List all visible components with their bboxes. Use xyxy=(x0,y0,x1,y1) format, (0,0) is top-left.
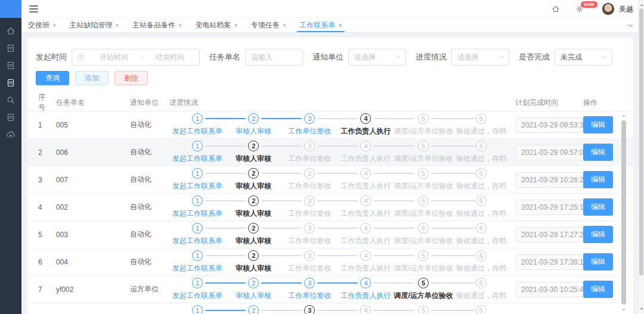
table-row[interactable]: 7yf002运方单位1发起工作联系单2审核人审核3工作单位签收4工作负责人执行5… xyxy=(27,275,633,303)
home-icon[interactable] xyxy=(552,5,560,13)
step-1: 1发起工作联系单 xyxy=(169,223,225,246)
table-row[interactable]: 5003自动化1发起工作联系单2审核人审核3工作单位签收4工作负责人执行5调度/… xyxy=(27,220,633,248)
edit-button[interactable]: 编辑 xyxy=(583,253,613,271)
tab-close-icon[interactable]: × xyxy=(178,22,182,29)
step-label: 调度/运方单位验收 xyxy=(394,291,453,301)
step-label: 工作单位签收 xyxy=(281,181,338,191)
edit-button[interactable]: 编辑 xyxy=(583,226,613,243)
table-row[interactable]: 2006自动化1发起工作联系单2审核人审核3工作单位签收4工作负责人执行5调度/… xyxy=(27,138,633,166)
task-name-input[interactable]: 请输入 xyxy=(245,49,303,66)
row-progress-stepper: 1发起工作联系单2审核人审核3工作单位签收4工作负责人执行5调度/运方单位验收6… xyxy=(169,195,509,219)
scrollbar-thumb[interactable] xyxy=(621,120,626,304)
page-scroll-down-icon[interactable] xyxy=(640,308,643,312)
step-5: 5调度/运方单位验收 xyxy=(394,305,453,314)
tab-3[interactable]: 变电站档案× xyxy=(188,18,244,32)
document-icon[interactable] xyxy=(6,78,16,88)
edit-button[interactable]: 编辑 xyxy=(583,171,613,188)
page-scroll-up-icon[interactable] xyxy=(640,2,643,6)
step-number: 4 xyxy=(360,278,371,288)
document-icon[interactable] xyxy=(6,61,16,70)
step-label: 工作负责人执行 xyxy=(338,154,394,164)
step-6: 6验收通过，存档 xyxy=(453,223,509,246)
delete-button[interactable]: 删除 xyxy=(114,71,148,85)
add-button[interactable]: 添加 xyxy=(75,71,109,85)
step-1: 1发起工作联系单 xyxy=(169,195,225,219)
row-operation-cell: 编辑 xyxy=(583,144,624,161)
edit-button[interactable]: 编辑 xyxy=(583,281,613,298)
row-plan-time-cell: 2021-03-29 09:53:38 xyxy=(509,117,583,133)
chevron-down-icon xyxy=(601,54,608,61)
table-row[interactable]: 4002自动化1发起工作联系单2审核人审核3工作单位签收4工作负责人执行5调度/… xyxy=(27,193,633,220)
table-row[interactable]: 1发起工作联系单2审核人审核3工作单位签收4工作负责人执行5调度/运方单位验收6… xyxy=(27,303,633,314)
step-number: 3 xyxy=(304,168,315,179)
scroll-up-icon[interactable] xyxy=(622,113,626,117)
filter-bar: 发起时间 开始时间 - 结束时间 任务单名 请输入 通知单位 请选择 xyxy=(36,49,612,66)
table-scrollbar[interactable] xyxy=(621,113,626,313)
table-row[interactable]: 6004自动化1发起工作联系单2审核人审核3工作单位签收4工作负责人执行5调度/… xyxy=(27,248,633,275)
search-icon[interactable] xyxy=(6,95,16,105)
tab-close-icon[interactable]: × xyxy=(283,22,286,29)
tab-close-icon[interactable]: × xyxy=(115,22,119,29)
task-table: 序号 任务单名 通知单位 进度情况 计划完成时间 操作 1005自动化1发起工作… xyxy=(27,94,633,314)
page-scrollbar-thumb[interactable] xyxy=(639,8,643,275)
completed-select[interactable]: 未完成 xyxy=(555,49,612,66)
tab-1[interactable]: 主站缺陷管理× xyxy=(63,18,125,32)
chevron-down-icon xyxy=(498,54,505,61)
table-row[interactable]: 3007自动化1发起工作联系单2审核人审核3工作单位签收4工作负责人执行5调度/… xyxy=(27,166,633,193)
home-icon[interactable] xyxy=(6,26,16,36)
hamburger-menu-icon[interactable] xyxy=(29,5,38,13)
tab-4[interactable]: 专项任务× xyxy=(244,18,293,32)
notify-unit-label: 通知单位 xyxy=(312,52,343,63)
step-number: 6 xyxy=(476,278,487,288)
step-number: 4 xyxy=(360,141,371,151)
completed-value: 未完成 xyxy=(561,52,582,63)
search-button[interactable]: 查询 xyxy=(36,71,69,85)
edit-button[interactable]: 编辑 xyxy=(583,198,613,216)
avatar[interactable] xyxy=(602,2,615,15)
step-6: 6验收通过，存档 xyxy=(453,195,509,219)
document-icon[interactable] xyxy=(6,43,16,53)
step-number: 3 xyxy=(304,278,315,288)
step-label: 发起工作联系单 xyxy=(169,154,225,164)
tab-close-icon[interactable]: × xyxy=(52,22,56,29)
tab-label: 交接班 xyxy=(28,20,49,30)
tab-0[interactable]: 交接班× xyxy=(21,18,63,32)
app-logo xyxy=(0,0,21,18)
step-label: 验收通过，存档 xyxy=(453,209,509,219)
step-1: 1发起工作联系单 xyxy=(169,250,225,273)
range-separator: - xyxy=(141,53,143,61)
progress-select[interactable]: 请选择 xyxy=(451,49,509,66)
step-3: 3工作单位签收 xyxy=(281,141,338,164)
plan-time-chip: 2021-03-29 10:26:22 xyxy=(515,172,593,188)
tab-2[interactable]: 主站备品备件× xyxy=(126,18,188,32)
step-3: 3工作单位签收 xyxy=(281,168,338,191)
table-row[interactable]: 1005自动化1发起工作联系单2审核人审核3工作单位签收4工作负责人执行5调度/… xyxy=(27,111,633,138)
cloud-upload-icon[interactable] xyxy=(6,130,16,139)
tab-close-icon[interactable]: × xyxy=(338,22,342,29)
step-5: 5调度/运方单位验收 xyxy=(394,223,453,246)
row-notify-unit: 运方单位 xyxy=(130,284,169,294)
tabs-dropdown-icon[interactable] xyxy=(626,21,634,30)
scroll-down-icon[interactable] xyxy=(622,309,626,313)
row-index: 4 xyxy=(27,203,51,212)
step-number: 5 xyxy=(418,305,429,314)
tab-5[interactable]: 工作联系单× xyxy=(293,18,348,32)
row-plan-time-cell: 2021-03-29 17:25:13 xyxy=(509,200,583,215)
step-3: 3工作单位签收 xyxy=(281,113,338,136)
tab-label: 变电站档案 xyxy=(195,20,231,30)
step-2: 2审核人审核 xyxy=(225,168,281,191)
edit-button[interactable]: 编辑 xyxy=(583,116,613,133)
tab-close-icon[interactable]: × xyxy=(234,22,237,29)
page-scrollbar[interactable] xyxy=(638,0,644,314)
document-icon[interactable] xyxy=(6,113,16,122)
date-range-input[interactable]: 开始时间 - 结束时间 xyxy=(72,49,200,66)
row-operation-cell: 编辑 xyxy=(583,198,624,216)
col-progress: 进度情况 xyxy=(169,98,509,108)
edit-button[interactable]: 编辑 xyxy=(583,144,613,161)
step-label: 验收通过，存档 xyxy=(453,181,509,191)
step-label: 审核人审核 xyxy=(225,154,281,164)
user-name[interactable]: 吴越 xyxy=(619,4,633,14)
table-body: 1005自动化1发起工作联系单2审核人审核3工作单位签收4工作负责人执行5调度/… xyxy=(27,111,633,314)
notify-unit-select[interactable]: 请选择 xyxy=(348,49,406,66)
row-notify-unit: 自动化 xyxy=(130,257,169,267)
